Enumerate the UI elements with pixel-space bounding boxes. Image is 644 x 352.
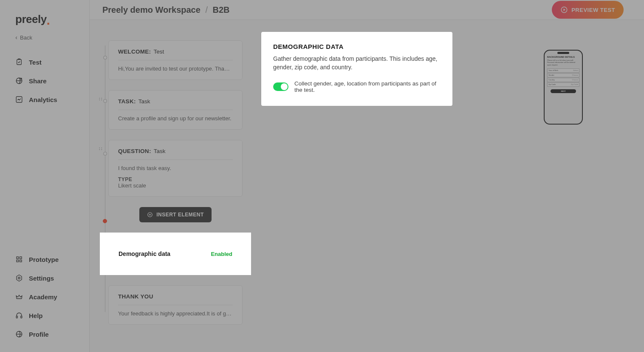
- app-root: preely. Back Test Share Analytics Protot…: [0, 0, 644, 352]
- demo-status: Enabled: [211, 251, 232, 257]
- detail-heading: DEMOGRAPHIC DATA: [273, 43, 441, 50]
- detail-description: Gather demographic data from participant…: [273, 54, 441, 72]
- highlight-demographic-wrap: Demographic data Enabled: [100, 233, 251, 275]
- card-demographic[interactable]: Demographic data Enabled: [108, 240, 243, 267]
- toggle-row: Collect gender, age, location from parti…: [273, 80, 441, 93]
- demographic-detail-panel: DEMOGRAPHIC DATA Gather demographic data…: [261, 32, 452, 106]
- toggle-label: Collect gender, age, location from parti…: [294, 80, 441, 93]
- collect-data-toggle[interactable]: [273, 82, 288, 91]
- demo-name: Demographic data: [119, 250, 170, 257]
